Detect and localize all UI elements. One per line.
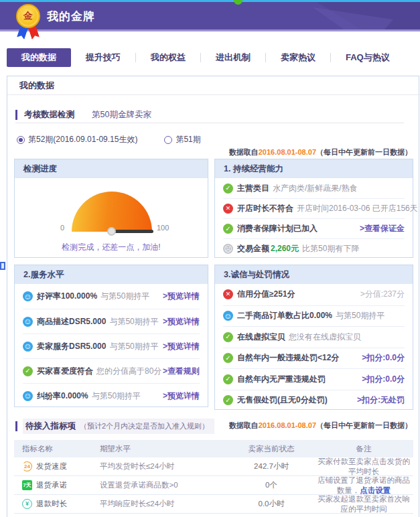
gauge-caption: 检测完成，还差一点，加油! (15, 242, 208, 253)
metric-row: 开店时长不符合 开店时间2016-03-06 已开店156天 (223, 198, 405, 218)
pending-title: 待接入指标项 (25, 421, 76, 432)
smile-icon (223, 311, 233, 321)
metric-label: 自然年内无严重违规处罚 (237, 374, 326, 385)
deduction-link[interactable]: >扣分:0.0分 (362, 374, 405, 385)
medal-character: 金 (23, 10, 33, 22)
metric-detail: 开店时间2016-03-06 已开店156天 (297, 203, 418, 214)
check-icon (223, 353, 233, 363)
tab-entry-exit[interactable]: 进出机制 (201, 48, 265, 67)
subtab-assessment-check[interactable]: 考核数据检测 (24, 109, 74, 121)
note-suffix: （每日中午更新前一日数据） (316, 148, 412, 156)
metric-row: 买家喜爱度符合 您的分值高于80分 >查看规则 (23, 358, 200, 383)
metric-detail: 与第50期持平 (109, 341, 158, 352)
transaction-amount: 2,260元 (271, 243, 299, 254)
col-header-remark: 备注 (314, 444, 413, 454)
metric-name: 发货速度 (36, 461, 67, 471)
check-icon (223, 395, 233, 405)
metric-row: 自然年内无严重违规处罚 >扣分:0.0分 (223, 368, 405, 390)
smile-icon (23, 317, 33, 327)
remark: 店铺设置了退货承诺的商品数量，点击设置 (314, 475, 413, 496)
gauge-min-label: 0 (60, 224, 64, 232)
left-edge-marker (0, 262, 5, 270)
check-icon (23, 366, 33, 376)
metric-detail: 您没有在线虚拟宝贝 (289, 331, 361, 343)
pending-subtitle: （预计2个月内决定是否加入准入规则） (80, 421, 209, 431)
metric-detail: 与第50期持平 (336, 310, 384, 321)
deduction-link[interactable]: >扣分:无处罚 (357, 394, 405, 406)
col-header-current-status: 卖家当前状态 (228, 444, 314, 454)
tab-my-data[interactable]: 我的数据 (7, 48, 71, 67)
table-row: ¥ 退款时长 平均响应时长≤24小时 0.0小时 买家发起退款至卖家首次响应的平… (14, 495, 413, 514)
refund-duration-icon: ¥ (22, 499, 32, 509)
score-value-link[interactable]: >分值:237分 (360, 289, 405, 300)
cross-icon (223, 204, 233, 214)
radio-label: 第51期 (176, 134, 200, 145)
metric-detail: 您的分值高于80分 (96, 366, 161, 377)
neutral-face-icon (223, 244, 233, 254)
metric-detail: 水产肉类/新鲜蔬果/熟食 (273, 183, 358, 194)
table-row: 24 发货速度 平均发货时长≤24小时 242.7小时 买家付款至卖家点击发货的… (14, 457, 413, 476)
click-to-set-link[interactable]: 点击设置 (360, 486, 391, 494)
view-rules-link[interactable]: >查看规则 (163, 366, 200, 377)
tab-faq[interactable]: FAQ与热议 (331, 48, 405, 67)
shipping-speed-24h-icon: 24 (22, 461, 32, 471)
col-header-expected-level: 期望水平 (100, 444, 228, 454)
panel-operating-capability: 1. 持续经营能力 主营类目 水产肉类/新鲜蔬果/熟食 开店时长不符合 开店时间… (214, 159, 413, 258)
deduction-link[interactable]: >扣分:0.0分 (362, 352, 405, 364)
metric-row: 交易金额 2,260元 比第50期有下降 (223, 238, 405, 258)
panel-title: 1. 持续经营能力 (215, 159, 413, 178)
panel-service-level: 2.服务水平 好评率100.000% 与第50期持平 >预览详情 商品描述DSR… (14, 265, 208, 407)
preview-details-link[interactable]: >预览详情 (163, 341, 200, 352)
radio-unselected-icon[interactable] (164, 136, 172, 144)
tab-my-benefits[interactable]: 我的权益 (136, 48, 200, 67)
metric-row: 纠纷率0.000% 与第50期持平 >预览详情 (23, 383, 200, 408)
remark: 买家付款至卖家点击发货的平均时长 (314, 457, 413, 477)
metric-label: 消费者保障计划已加入 (237, 223, 318, 234)
tab-improve-skills[interactable]: 提升技巧 (71, 48, 135, 67)
metric-label: 无售假处罚(且无0分处罚) (237, 394, 328, 406)
radio-period-51[interactable]: 第51期 (164, 134, 200, 145)
gauge-max-label: 100 (157, 224, 169, 232)
metric-label: 卖家服务DSR5.000 (37, 341, 106, 352)
table-header-row: 指标名称 期望水平 卖家当前状态 备注 (14, 440, 413, 457)
tab-seller-discussion[interactable]: 卖家热议 (266, 48, 330, 67)
preview-details-link[interactable]: >预览详情 (163, 291, 200, 302)
sub-tabs: 考核数据检测 第50期金牌卖家 (15, 107, 404, 123)
pending-metrics-table: 指标名称 期望水平 卖家当前状态 备注 24 发货速度 平均发货时长≤24小时 … (14, 440, 413, 514)
view-deposit-link[interactable]: >查看保证金 (360, 223, 405, 234)
panel-detection-progress: 检测进度 0 100 检测完成，还差一点，加油! (14, 159, 208, 258)
metric-row: 在线虚拟宝贝 您没有在线虚拟宝贝 (223, 326, 405, 348)
col-header-metric-name: 指标名称 (14, 444, 100, 454)
return-promise-7day-icon: 7天 (22, 480, 32, 490)
page: 金 我的金牌 我的数据 提升技巧 我的权益 进出机制 卖家热议 FAQ与热议 我… (0, 0, 420, 517)
note-date: 2016.08.01-08.07 (259, 421, 316, 429)
metric-row: 主营类目 水产肉类/新鲜蔬果/熟食 (223, 178, 405, 198)
gauge-arc (72, 192, 152, 232)
gold-medal-icon: 金 (16, 4, 40, 28)
subtab-period50-seller[interactable]: 第50期金牌卖家 (92, 109, 151, 121)
metric-row: 无售假处罚(且无0分处罚) >扣分:无处罚 (223, 390, 405, 411)
panel-integrity-penalty: 3.诚信与处罚情况 信用分值≥251分 >分值:237分 二手商品订单数占比0.… (214, 265, 413, 410)
preview-details-link[interactable]: >预览详情 (163, 316, 200, 327)
current-status: 242.7小时 (228, 461, 314, 471)
metric-label: 信用分值≥251分 (237, 289, 295, 300)
gauge-hub (107, 227, 116, 236)
cross-icon (223, 289, 233, 299)
main-content: 我的数据 考核数据检测 第50期金牌卖家 第52期(2016.09.01-09.… (7, 76, 419, 517)
gauge: 0 100 检测完成，还差一点，加油! (15, 178, 208, 258)
check-icon (223, 183, 233, 194)
metric-label: 二手商品订单数占比0.00% (237, 310, 332, 321)
panel-title: 3.诚信与处罚情况 (215, 265, 413, 284)
metric-label: 纠纷率0.000% (37, 390, 88, 402)
expected-level: 设置退货承诺商品数>0 (100, 480, 228, 490)
radio-period-52[interactable]: 第52期(2016.09.01-09.15生效) (17, 134, 137, 145)
metric-row: 好评率100.000% 与第50期持平 >预览详情 (23, 284, 200, 309)
smile-icon (23, 291, 33, 301)
preview-details-link[interactable]: >预览详情 (163, 390, 200, 402)
radio-selected-icon[interactable] (17, 136, 25, 144)
metric-row: 信用分值≥251分 >分值:237分 (223, 284, 405, 305)
gauge-needle (111, 230, 153, 233)
panel-title: 检测进度 (15, 159, 208, 178)
gauge-inner-hole (40, 204, 70, 218)
metric-detail: 比第50期有下降 (302, 243, 359, 254)
